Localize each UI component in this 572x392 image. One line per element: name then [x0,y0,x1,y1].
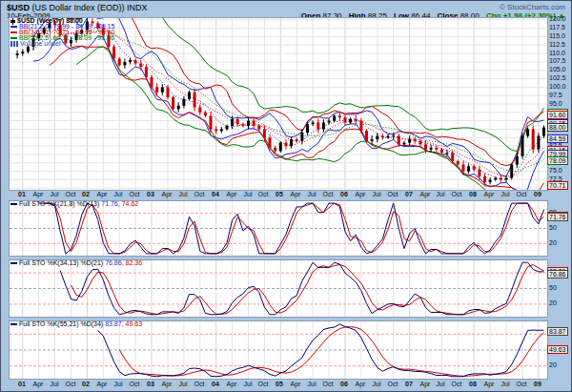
y-axis-tick: 107.5 [549,57,566,64]
legend-text: Volume undef [20,40,61,47]
panel-d-value: 82.36 [126,259,143,266]
stockcharts-credit-link[interactable]: © StockCharts.com [500,3,565,11]
y-axis-tick: 105.0 [549,66,566,72]
line-swatch-icon [10,323,17,325]
y-axis-tick: 120.0 [549,15,566,22]
panel-legend-label: Full STO %K(55,21) %D(34) [19,320,105,327]
panel-d-value: 74.62 [122,200,139,207]
stochastic-panel-1 [9,200,548,257]
panel-value-badge: 71.76 [547,213,568,221]
y-axis-tick: 102.5 [549,74,566,81]
price-badge: 70.71 [547,181,568,190]
panel-value-badge: 49.63 [547,345,568,354]
price-badge: 78.09 [547,156,568,165]
stockcharts-sharpchart: $USD (US Dollar Index (EOD)) INDX © Stoc… [0,0,572,392]
panel-legend: Full STO %K(34,13) %D(21) 76.86, 82.36 [10,260,142,266]
price-badge: 84.59 [547,134,568,143]
line-swatch-icon [10,26,17,28]
panel-k-value: 83.87, [105,320,125,327]
panel-y-tick: 20 [549,239,557,246]
y-axis-tick: 112.5 [549,41,565,48]
panel-y-tick: 20 [549,299,557,306]
price-badge: 88.00 [547,123,568,132]
panel-y-tick: 20 [549,361,557,368]
y-axis-tick: 115.0 [549,32,565,39]
price-badge: 91.60 [547,111,568,119]
panel-k-value: 76.86, [105,259,125,266]
y-axis-tick: 110.0 [549,50,565,56]
panel-legend: Full STO %K(55,21) %D(34) 83.87, 49.63 [10,321,142,327]
date-tick: 09 [527,380,548,388]
panel-legend-label: Full STO %K(34,13) %D(21) [19,259,105,266]
panel-k-value: 71.76, [101,200,121,207]
panel-y-tick: 50 [549,284,557,291]
y-axis-tick: 75.0 [549,167,562,174]
date-tick: 09 [527,190,548,198]
y-axis-tick: 100.0 [549,83,566,90]
line-swatch-icon [10,262,17,264]
plot-canvas [10,201,547,256]
line-swatch-icon [10,203,17,205]
stochastic-panel-3 [9,320,548,380]
panel-legend-label: Full STO %K(21,8) %D(13) [19,200,101,207]
panel-legend: Full STO %K(21,8) %D(13) 71.76, 74.62 [10,201,138,207]
main-legend: $USD (Weekly) 88.00BB(21,2.0) 79.99 - 84… [10,18,114,47]
y-axis-tick: 95.0 [549,100,562,107]
panel-value-badge: 83.87 [547,327,568,336]
line-swatch-icon [10,31,17,33]
volume-icon [10,41,18,47]
panel-y-tick: 50 [549,224,557,231]
stochastic-panel-2 [9,259,548,318]
y-axis-tick: 117.5 [549,24,565,31]
line-swatch-icon [10,37,17,39]
plot-canvas [10,321,547,379]
candlestick-icon [10,18,15,25]
plot-canvas [10,260,547,317]
legend-row: Volume undef [10,41,114,47]
y-axis-tick: 97.5 [549,92,562,98]
panel-d-value: 49.63 [126,320,143,327]
panel-value-badge: 76.86 [547,270,568,279]
